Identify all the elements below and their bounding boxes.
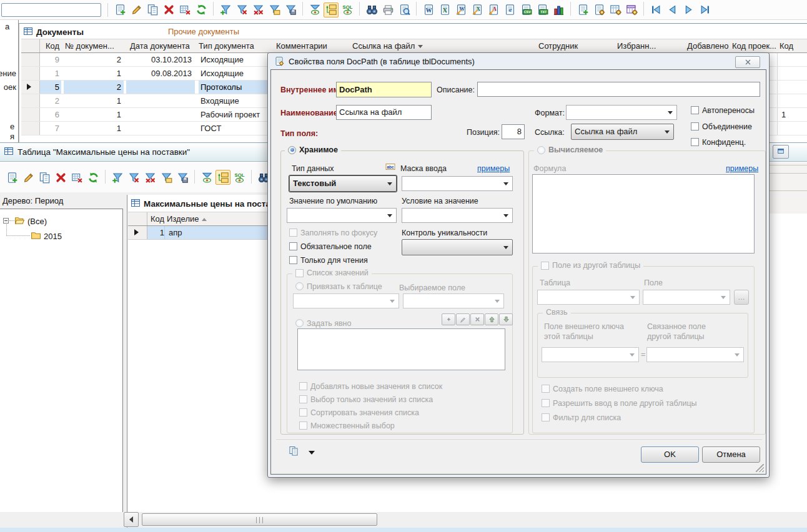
col-header-type[interactable]: Тип документа: [199, 39, 254, 52]
merge-checkbox[interactable]: [691, 122, 699, 131]
filter-delete-all-icon[interactable]: [250, 2, 265, 17]
documents-subtitle[interactable]: Прочие документы: [168, 27, 239, 36]
export-txt-icon[interactable]: TXT: [535, 2, 550, 17]
filter-eye-icon[interactable]: [199, 170, 214, 185]
record-gear-icon[interactable]: [592, 2, 606, 17]
position-input[interactable]: 8: [502, 124, 525, 139]
col-header-kod[interactable]: Код: [40, 39, 61, 52]
record-add-icon[interactable]: [575, 2, 590, 17]
mask-dropdown[interactable]: [402, 176, 513, 191]
tree-node-2015[interactable]: 2015: [44, 232, 62, 241]
table-gear-icon[interactable]: [608, 2, 623, 17]
chart-icon[interactable]: [551, 2, 566, 17]
filter-eye-icon[interactable]: [307, 2, 322, 17]
formula-textarea[interactable]: [532, 174, 755, 254]
description-input[interactable]: [477, 82, 760, 97]
format-dropdown[interactable]: [566, 105, 677, 120]
filter-folder-icon[interactable]: [267, 2, 282, 17]
copy-record-icon[interactable]: [145, 2, 160, 17]
uniqueness-dropdown[interactable]: [402, 239, 513, 255]
export-html-icon[interactable]: e: [502, 2, 517, 17]
export-csv-icon[interactable]: CSV: [518, 2, 533, 17]
confidential-checkbox[interactable]: [691, 138, 699, 146]
tree-node-all[interactable]: (Все): [27, 217, 47, 226]
scroll-left-button[interactable]: [124, 512, 139, 527]
explicit-values-listbox[interactable]: [297, 328, 505, 370]
tree-panels-icon[interactable]: [324, 2, 339, 17]
nav-first-icon[interactable]: [648, 2, 663, 17]
window-control-button[interactable]: [773, 145, 789, 159]
display-name-input[interactable]: Ссылка на файл: [336, 105, 432, 120]
toolbar-combobox[interactable]: [1, 3, 101, 17]
value-condition-dropdown[interactable]: [402, 208, 513, 223]
col-header-favorite[interactable]: Избранн...: [617, 39, 656, 52]
word-template-icon[interactable]: W: [453, 2, 468, 17]
filter-add-icon[interactable]: [218, 2, 233, 17]
readonly-checkbox[interactable]: [289, 256, 297, 264]
delete-record-icon[interactable]: [161, 2, 176, 17]
filter-delete-all-icon[interactable]: [142, 170, 157, 185]
col-header-file-link[interactable]: Ссылка на файл: [352, 39, 423, 52]
refresh-icon[interactable]: [194, 2, 209, 17]
col-header-employee[interactable]: Сотрудник: [538, 39, 578, 52]
link-dropdown[interactable]: Ссылка на файл: [571, 124, 674, 140]
filter-delete-icon[interactable]: [126, 170, 141, 185]
autowrap-checkbox[interactable]: [691, 106, 699, 114]
col-header-added[interactable]: Добавлено: [687, 39, 728, 52]
export-word-icon[interactable]: W: [421, 2, 436, 17]
nav-next-icon[interactable]: [681, 2, 696, 17]
col-header-comment[interactable]: Комментарии: [276, 39, 327, 52]
filter-folder-icon[interactable]: [159, 170, 174, 185]
preview-icon[interactable]: [397, 2, 412, 17]
prices-row[interactable]: 1 апр: [128, 226, 267, 240]
formula-examples-link[interactable]: примеры: [726, 164, 758, 173]
horizontal-scrollbar-thumb[interactable]: [142, 513, 377, 526]
col-header-kod2[interactable]: Код: [780, 39, 805, 52]
filter-add-icon[interactable]: [110, 170, 125, 185]
edit-record-icon[interactable]: [129, 2, 144, 17]
nav-last-icon[interactable]: [697, 2, 712, 17]
nav-prev-icon[interactable]: [665, 2, 680, 17]
export-rtf-icon[interactable]: A: [486, 2, 501, 17]
delete-table-row-icon[interactable]: [69, 170, 84, 185]
cancel-button[interactable]: Отмена: [702, 446, 760, 463]
filter-save-icon[interactable]: [175, 170, 190, 185]
col-header-kod[interactable]: Код: [147, 212, 164, 225]
add-record-icon[interactable]: [112, 2, 127, 17]
cell-date: [126, 94, 195, 107]
internal-name-input[interactable]: DocPath: [336, 82, 432, 97]
sql-eye-icon[interactable]: SQL: [340, 2, 355, 17]
col-header-project[interactable]: Код проек...: [732, 39, 776, 52]
add-record-icon[interactable]: [4, 170, 19, 185]
export-excel-icon[interactable]: X: [437, 2, 452, 17]
default-value-dropdown[interactable]: [287, 208, 397, 223]
ok-button[interactable]: OK: [641, 446, 699, 463]
close-button[interactable]: [735, 56, 760, 68]
sort-desc-icon: [418, 45, 423, 48]
delete-record-icon[interactable]: [53, 170, 68, 185]
filter-save-icon[interactable]: [283, 2, 298, 17]
required-checkbox[interactable]: [289, 242, 297, 250]
col-header-date[interactable]: Дата документа: [130, 39, 190, 52]
dialog-titlebar[interactable]: Свойства поля DocPath (в таблице tblDocu…: [268, 53, 769, 69]
mask-examples-link[interactable]: примеры: [477, 164, 510, 173]
view-gear-icon[interactable]: [624, 2, 639, 17]
copy-properties-icon[interactable]: [289, 446, 299, 456]
refresh-icon[interactable]: [86, 170, 101, 185]
data-type-dropdown[interactable]: Текстовый: [289, 175, 397, 192]
filter-delete-icon[interactable]: [234, 2, 249, 17]
edit-record-icon[interactable]: [21, 170, 36, 185]
find-icon[interactable]: [364, 2, 379, 17]
col-header-item[interactable]: Изделие: [167, 212, 207, 225]
stored-radio[interactable]: [288, 146, 296, 154]
delete-table-row-icon[interactable]: [177, 2, 192, 17]
copy-record-icon[interactable]: [37, 170, 52, 185]
tree-panels-icon[interactable]: [215, 170, 230, 185]
col-header-num[interactable]: № докумен...: [65, 39, 114, 52]
copy-dropdown-arrow[interactable]: [309, 451, 315, 455]
tree-expander[interactable]: [3, 218, 9, 224]
print-icon[interactable]: [380, 2, 395, 17]
resize-grip[interactable]: [756, 464, 764, 472]
sql-eye-icon[interactable]: SQL: [232, 170, 247, 185]
excel-template-icon[interactable]: X: [470, 2, 485, 17]
